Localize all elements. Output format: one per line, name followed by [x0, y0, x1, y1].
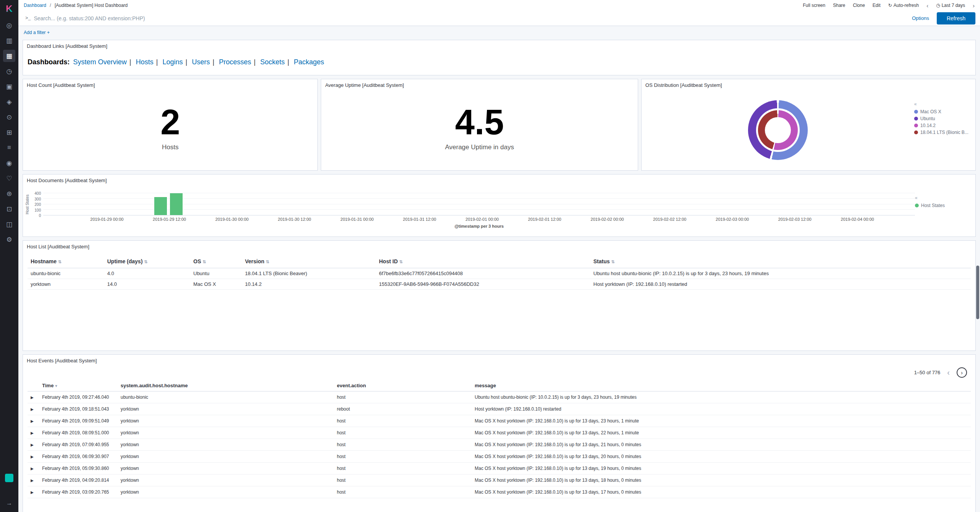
- expand-row-icon[interactable]: ▶: [31, 466, 34, 471]
- link-packages[interactable]: Packages: [294, 58, 324, 66]
- column-header-message[interactable]: message: [472, 380, 971, 391]
- time-back-button[interactable]: ‹: [926, 2, 928, 9]
- link-system-overview[interactable]: System Overview: [73, 58, 127, 66]
- discover-icon: ◎: [7, 21, 12, 29]
- sidebar-item-management[interactable]: ⚙: [0, 232, 18, 247]
- add-filter-link[interactable]: Add a filter +: [24, 30, 50, 35]
- time-picker-button[interactable]: ◷Last 7 days: [936, 3, 965, 8]
- link-hosts[interactable]: Hosts: [136, 58, 154, 66]
- kibana-logo[interactable]: K: [0, 0, 18, 18]
- legend-item-mac-os-x[interactable]: Mac OS X: [914, 109, 975, 114]
- table-row[interactable]: ▶ February 4th 2019, 09:27:46.040 ubuntu…: [28, 391, 971, 403]
- expand-row-icon[interactable]: ▶: [31, 395, 34, 399]
- table-row[interactable]: yorktown 14.0 Mac OS X 10.14.2 155320EF-…: [28, 279, 971, 290]
- sort-icon: ⇅: [203, 259, 206, 264]
- sidebar-item-timelion[interactable]: ◷: [0, 64, 18, 79]
- legend-item-ubuntu[interactable]: Ubuntu: [914, 116, 975, 121]
- table-row[interactable]: ▶ February 4th 2019, 07:09:40.955 yorkto…: [28, 439, 971, 451]
- bar-2019-01-29-0900[interactable]: [154, 197, 167, 215]
- sidebar-item-uptime[interactable]: ♡: [0, 171, 18, 186]
- expand-row-icon[interactable]: ▶: [31, 431, 34, 435]
- column-header-uptime[interactable]: Uptime (days)⇅: [104, 255, 190, 268]
- expand-row-icon[interactable]: ▶: [31, 419, 34, 423]
- table-row[interactable]: ▶ February 4th 2019, 03:09:20.765 yorkto…: [28, 486, 971, 498]
- version-cell: 10.14.2: [242, 279, 376, 290]
- sidebar-item-visualize[interactable]: ▥: [0, 33, 18, 48]
- table-row[interactable]: ▶ February 4th 2019, 08:09:51.000 yorkto…: [28, 427, 971, 439]
- link-users[interactable]: Users: [192, 58, 210, 66]
- column-header-hostname[interactable]: Hostname⇅: [28, 255, 104, 268]
- search-input[interactable]: [34, 15, 912, 21]
- expand-row-icon[interactable]: ▶: [31, 490, 34, 494]
- x-tick: 2019-02-03 12:00: [778, 217, 812, 222]
- link-processes[interactable]: Processes: [219, 58, 251, 66]
- panel-host-documents: Host Documents [Auditbeat System] Host S…: [23, 174, 976, 237]
- table-row[interactable]: ▶ February 4th 2019, 04:09:20.814 yorkto…: [28, 474, 971, 486]
- graph-icon: ⊛: [7, 190, 12, 198]
- expand-row-icon[interactable]: ▶: [31, 443, 34, 447]
- column-header-time[interactable]: Time▾: [39, 380, 118, 391]
- page-scrollbar[interactable]: [976, 266, 979, 319]
- column-header-status[interactable]: Status⇅: [590, 255, 971, 268]
- legend-toggle-icon[interactable]: «: [914, 101, 917, 107]
- query-options-link[interactable]: Options: [912, 15, 929, 21]
- legend-toggle-icon[interactable]: «: [915, 195, 918, 201]
- time-forward-button[interactable]: ›: [973, 2, 975, 9]
- legend-item-10-14-2[interactable]: 10.14.2: [914, 123, 975, 128]
- legend-item-host-states[interactable]: Host States: [915, 203, 972, 208]
- version-cell: 18.04.1 LTS (Bionic Beaver): [242, 268, 376, 279]
- hostname-cell: ubuntu-bionic: [28, 268, 104, 279]
- table-row[interactable]: ▶ February 4th 2019, 09:18:51.043 yorkto…: [28, 403, 971, 415]
- table-row[interactable]: ▶ February 4th 2019, 06:09:30.907 yorkto…: [28, 451, 971, 463]
- link-sockets[interactable]: Sockets: [260, 58, 285, 66]
- sidebar-item-apm[interactable]: ◉: [0, 155, 18, 171]
- full-screen-button[interactable]: Full screen: [803, 3, 825, 8]
- column-header-hostname[interactable]: system.audit.host.hostname: [118, 380, 334, 391]
- column-header-host-id[interactable]: Host ID⇅: [376, 255, 590, 268]
- edit-button[interactable]: Edit: [872, 3, 880, 8]
- sort-desc-icon: ▾: [55, 383, 57, 388]
- expand-row-icon[interactable]: ▶: [31, 478, 34, 483]
- column-header-os[interactable]: OS⇅: [190, 255, 242, 268]
- hostname-cell: yorktown: [118, 415, 334, 427]
- sidebar-item-maps[interactable]: ◈: [0, 94, 18, 109]
- legend-dot: [914, 130, 918, 134]
- bar-2019-01-29-1200[interactable]: [170, 193, 183, 215]
- status-badge[interactable]: [5, 474, 13, 482]
- sidebar-item-dev-tools[interactable]: ⊡: [0, 201, 18, 217]
- legend-item-18-04-1[interactable]: 18.04.1 LTS (Bionic B...: [914, 130, 975, 135]
- nav-expand-icon[interactable]: →: [0, 500, 18, 507]
- link-separator: |: [156, 58, 158, 66]
- sidebar-item-infrastructure[interactable]: ⊞: [0, 125, 18, 140]
- os-donut-chart[interactable]: [748, 100, 808, 160]
- column-header-version[interactable]: Version⇅: [242, 255, 376, 268]
- sidebar-item-canvas[interactable]: ▣: [0, 79, 18, 94]
- event-action-cell: host: [334, 415, 472, 427]
- table-row[interactable]: ▶ February 4th 2019, 09:09:51.049 yorkto…: [28, 415, 971, 427]
- x-tick: 2019-02-04 00:00: [841, 217, 874, 222]
- sidebar-item-machine-learning[interactable]: ⊙: [0, 109, 18, 125]
- sidebar-item-monitoring[interactable]: ◫: [0, 217, 18, 232]
- sidebar-item-dashboard[interactable]: ▦: [0, 48, 18, 64]
- link-logins[interactable]: Logins: [163, 58, 183, 66]
- x-axis-title: @timestamp per 3 hours: [43, 224, 915, 228]
- expand-row-icon[interactable]: ▶: [31, 455, 34, 459]
- auto-refresh-button[interactable]: ↻Auto-refresh: [888, 3, 919, 8]
- plot-region: 2019-01-29 00:00 2019-01-29 12:00 2019-0…: [43, 185, 915, 228]
- expand-row-icon[interactable]: ▶: [31, 407, 34, 411]
- sidebar-item-discover[interactable]: ◎: [0, 18, 18, 33]
- share-button[interactable]: Share: [833, 3, 845, 8]
- refresh-button[interactable]: Refresh: [937, 12, 975, 24]
- link-separator: |: [186, 58, 188, 66]
- pagination-next-button[interactable]: ›: [957, 367, 967, 378]
- sidebar-item-logs[interactable]: ≡: [0, 140, 18, 155]
- breadcrumb-dashboard-link[interactable]: Dashboard: [24, 3, 46, 8]
- management-icon: ⚙: [6, 236, 12, 244]
- table-row[interactable]: ubuntu-bionic 4.0 Ubuntu 18.04.1 LTS (Bi…: [28, 268, 971, 279]
- pagination-prev-button[interactable]: ‹: [946, 368, 951, 377]
- sidebar-item-graph[interactable]: ⊛: [0, 186, 18, 201]
- clone-button[interactable]: Clone: [853, 3, 865, 8]
- panel-title: Average Uptime [Auditbeat System]: [321, 79, 637, 90]
- column-header-event-action[interactable]: event.action: [334, 380, 472, 391]
- table-row[interactable]: ▶ February 4th 2019, 05:09:30.860 yorkto…: [28, 463, 971, 474]
